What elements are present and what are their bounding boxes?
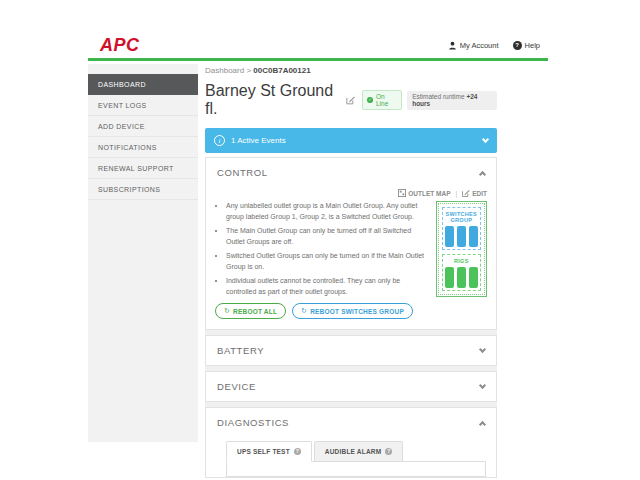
reboot-switches-label: REBOOT SWITCHES GROUP (310, 308, 404, 315)
outlet-group-rigs-label: RIGS (445, 258, 478, 264)
battery-section-header[interactable]: BATTERY (206, 336, 496, 365)
tab-ups-self-test-label: UPS SELF TEST (237, 448, 290, 455)
outlet-rule: Any unlabelled outlet group is a Main Ou… (226, 201, 428, 222)
outlet-rule: The Main Outlet Group can only be turned… (226, 226, 428, 247)
device-section: DEVICE (205, 371, 497, 402)
active-events-label: 1 Active Events (231, 136, 286, 145)
edit-link-label: EDIT (472, 190, 487, 197)
chevron-down-icon[interactable] (479, 345, 486, 352)
chevron-up-icon[interactable] (479, 170, 486, 177)
section-list: CONTROL OUTLET MAP | (205, 157, 497, 478)
control-columns: Any unlabelled outlet group is a Main Ou… (215, 201, 487, 319)
reboot-icon: ↻ (301, 307, 307, 315)
sidebar-item-subscriptions[interactable]: SUBSCRIPTIONS (88, 179, 198, 200)
diagnostics-section-title: DIAGNOSTICS (217, 417, 289, 428)
status-badge: ✓ On Line (362, 90, 402, 110)
active-events-banner[interactable]: i 1 Active Events (205, 128, 497, 153)
ups-self-test-panel (226, 461, 486, 477)
diagnostics-section-header[interactable]: DIAGNOSTICS (206, 408, 496, 437)
outlet-socket (457, 267, 466, 288)
sidebar-item-notifications[interactable]: NOTIFICATIONS (88, 137, 198, 158)
control-section-header[interactable]: CONTROL (206, 158, 496, 187)
outlet-map: SWITCHES GROUP RIGS (436, 201, 487, 297)
outlet-rules-list: Any unlabelled outlet group is a Main Ou… (215, 201, 428, 297)
my-account-button[interactable]: My Account (448, 41, 499, 50)
outlet-rule: Individual outlets cannot be controlled.… (226, 276, 428, 297)
control-section-title: CONTROL (217, 167, 268, 178)
banner-content: i 1 Active Events (214, 135, 286, 146)
outlet-socket (445, 226, 454, 247)
check-icon: ✓ (367, 97, 373, 103)
info-icon: i (214, 135, 225, 146)
outlet-group-rigs-sockets (445, 267, 478, 288)
help-button[interactable]: ? Help (513, 41, 540, 50)
help-icon[interactable]: ? (294, 448, 301, 455)
outlet-map-inner: SWITCHES GROUP RIGS (438, 203, 485, 295)
sidebar-item-dashboard[interactable]: DASHBOARD (88, 74, 198, 95)
my-account-label: My Account (460, 41, 499, 50)
outlet-map-link[interactable]: OUTLET MAP (398, 189, 450, 197)
outlet-socket (445, 267, 454, 288)
runtime-badge: Estimated runtime +24 hours (407, 91, 497, 110)
breadcrumb-current: 00C0B7A00121 (253, 66, 310, 75)
help-icon: ? (513, 41, 522, 50)
outlet-group-switches: SWITCHES GROUP (442, 207, 481, 250)
help-label: Help (525, 41, 540, 50)
runtime-prefix: Estimated runtime (412, 93, 464, 100)
reboot-all-label: REBOOT ALL (233, 308, 277, 315)
apc-dashboard-page: APC My Account ? Help DASHBOARD EVENT LO… (0, 0, 640, 480)
battery-section: BATTERY (205, 335, 497, 366)
status-label: On Line (376, 93, 397, 107)
outlet-group-rigs: RIGS (442, 254, 481, 291)
tab-audible-alarm[interactable]: AUDIBLE ALARM ? (314, 441, 404, 461)
outlet-socket (469, 226, 478, 247)
top-bar: APC My Account ? Help (88, 32, 548, 61)
reboot-all-button[interactable]: ↻ REBOOT ALL (215, 303, 286, 319)
breadcrumb-separator: > (246, 66, 251, 75)
link-separator: | (455, 190, 457, 197)
edit-icon (462, 189, 470, 197)
apc-logo: APC (100, 35, 140, 56)
breadcrumb-parent[interactable]: Dashboard (205, 66, 244, 75)
main-content: Dashboard > 00C0B7A00121 Barney St Groun… (205, 66, 497, 478)
sidebar-item-add-device[interactable]: ADD DEVICE (88, 116, 198, 137)
outlet-map-icon (398, 189, 406, 197)
sidebar-item-event-logs[interactable]: EVENT LOGS (88, 95, 198, 116)
person-icon (448, 41, 457, 50)
reboot-button-row: ↻ REBOOT ALL ↻ REBOOT SWITCHES GROUP (215, 303, 428, 319)
outlet-socket (457, 226, 466, 247)
control-left-column: Any unlabelled outlet group is a Main Ou… (215, 201, 428, 319)
outlet-rule: Switched Outlet Groups can only be turne… (226, 251, 428, 272)
help-icon[interactable]: ? (385, 448, 392, 455)
chevron-down-icon[interactable] (479, 381, 486, 388)
control-links-row: OUTLET MAP | EDIT (215, 189, 487, 197)
diagnostics-body: UPS SELF TEST ? AUDIBLE ALARM ? (206, 437, 496, 477)
outlet-group-switches-sockets (445, 226, 478, 247)
chevron-down-icon[interactable] (482, 135, 489, 142)
outlet-group-switches-label: SWITCHES GROUP (445, 211, 478, 223)
edit-title-icon[interactable] (346, 95, 355, 105)
control-section-body: OUTLET MAP | EDIT (206, 187, 496, 329)
sidebar-item-renewal-support[interactable]: RENEWAL SUPPORT (88, 158, 198, 179)
tab-audible-alarm-label: AUDIBLE ALARM (325, 448, 382, 455)
outlet-map-link-label: OUTLET MAP (408, 190, 450, 197)
diagnostics-section: DIAGNOSTICS UPS SELF TEST ? AUDIBLE ALAR… (205, 407, 497, 478)
device-section-header[interactable]: DEVICE (206, 372, 496, 401)
tab-ups-self-test[interactable]: UPS SELF TEST ? (226, 441, 312, 462)
reboot-icon: ↻ (224, 307, 230, 315)
reboot-switches-group-button[interactable]: ↻ REBOOT SWITCHES GROUP (292, 303, 413, 319)
chevron-up-icon[interactable] (479, 420, 486, 427)
sidebar: DASHBOARD EVENT LOGS ADD DEVICE NOTIFICA… (88, 64, 198, 442)
page-title: Barney St Ground fl. (205, 82, 341, 118)
device-section-title: DEVICE (217, 381, 256, 392)
battery-section-title: BATTERY (217, 345, 264, 356)
device-title-row: Barney St Ground fl. ✓ On Line Estimated… (205, 82, 497, 118)
diagnostics-tabs: UPS SELF TEST ? AUDIBLE ALARM ? (226, 441, 486, 461)
control-section: CONTROL OUTLET MAP | (205, 157, 497, 330)
topbar-actions: My Account ? Help (448, 41, 540, 50)
edit-link[interactable]: EDIT (462, 189, 487, 197)
breadcrumb: Dashboard > 00C0B7A00121 (205, 66, 497, 75)
outlet-socket (469, 267, 478, 288)
